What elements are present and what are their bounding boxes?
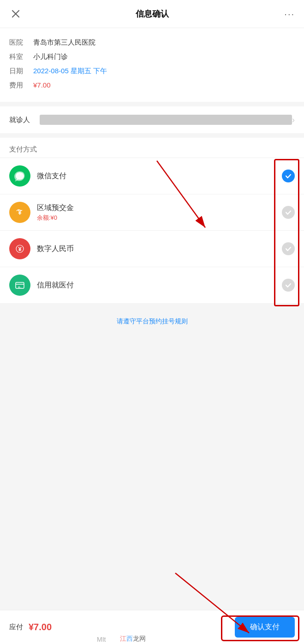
spacer (0, 333, 304, 610)
patient-blurred-info (40, 115, 292, 125)
department-value: 小儿科门诊 (33, 53, 68, 61)
date-value: 2022-08-05 星期五 下午 (33, 67, 107, 76)
hospital-value: 青岛市第三人民医院 (33, 38, 95, 47)
payment-item-credit[interactable]: ¥- 信用就医付 (0, 267, 304, 303)
close-button[interactable] (9, 7, 22, 20)
watermark-text2: 江西龙网 (120, 635, 146, 643)
total-amount: ¥7.00 (29, 622, 235, 632)
watermark-text: MIt (97, 636, 106, 643)
department-row: 科室 小儿科门诊 (9, 50, 295, 64)
info-section: 医院 青岛市第三人民医院 科室 小儿科门诊 日期 2022-08-05 星期五 … (0, 28, 304, 102)
payment-section-title: 支付方式 (0, 138, 304, 158)
rules-section: 请遵守平台预约挂号规则 (0, 308, 304, 333)
more-button[interactable]: ··· (284, 9, 295, 19)
wechat-pay-check (282, 170, 295, 182)
patient-label: 就诊人 (9, 116, 32, 124)
credit-pay-info: 信用就医付 (37, 281, 282, 290)
prepaid-balance: 余额:¥0 (37, 214, 282, 222)
digital-rmb-name: 数字人民币 (37, 244, 282, 254)
credit-pay-name: 信用就医付 (37, 281, 282, 290)
svg-text:¥: ¥ (18, 246, 22, 252)
digital-rmb-info: 数字人民币 (37, 244, 282, 254)
bottom-annotation-wrapper: 应付 ¥7.00 确认支付 MIt 江西龙网 (0, 610, 304, 644)
fee-value: ¥7.00 (33, 81, 51, 89)
digital-rmb-icon-circle: ¥ (9, 238, 30, 259)
payment-section: 支付方式 微信支付 (0, 138, 304, 303)
hospital-label: 医院 (9, 38, 26, 47)
date-row: 日期 2022-08-05 星期五 下午 (9, 64, 295, 78)
prepaid-pay-info: 区域预交金 余额:¥0 (37, 203, 282, 222)
header: 信息确认 ··· (0, 0, 304, 28)
hospital-row: 医院 青岛市第三人民医院 (9, 35, 295, 50)
wechat-pay-icon (9, 165, 30, 187)
bottom-bar: 应付 ¥7.00 确认支付 (0, 610, 304, 644)
prepaid-pay-name: 区域预交金 (37, 203, 282, 213)
date-label: 日期 (9, 67, 26, 76)
digital-rmb-check (282, 242, 295, 255)
credit-pay-check (282, 279, 295, 292)
confirm-pay-button[interactable]: 确认支付 (235, 617, 295, 638)
fee-row: 费用 ¥7.00 (9, 78, 295, 93)
department-label: 科室 (9, 53, 26, 61)
credit-pay-icon-circle: ¥- (9, 275, 30, 296)
patient-row[interactable]: 就诊人 › (9, 106, 295, 133)
page-title: 信息确认 (136, 8, 169, 19)
wechat-pay-name: 微信支付 (37, 171, 282, 181)
total-label: 应付 (9, 623, 23, 632)
prepaid-pay-check (282, 206, 295, 219)
payment-item-prepaid[interactable]: ¥ 区域预交金 余额:¥0 (0, 194, 304, 230)
chevron-right-icon: › (292, 115, 295, 125)
fee-label: 费用 (9, 81, 26, 90)
payment-item-wechat[interactable]: 微信支付 (0, 158, 304, 194)
prepaid-icon-circle: ¥ (9, 202, 30, 223)
svg-text:¥-: ¥- (18, 285, 21, 289)
patient-section[interactable]: 就诊人 › (0, 106, 304, 133)
page-wrapper: 信息确认 ··· 医院 青岛市第三人民医院 科室 小儿科门诊 日期 2022-0… (0, 0, 304, 644)
rules-link[interactable]: 请遵守平台预约挂号规则 (117, 317, 188, 325)
payment-annotation-wrapper: 支付方式 微信支付 (0, 138, 304, 308)
payment-item-digital[interactable]: ¥ 数字人民币 (0, 230, 304, 267)
wechat-pay-info: 微信支付 (37, 171, 282, 181)
